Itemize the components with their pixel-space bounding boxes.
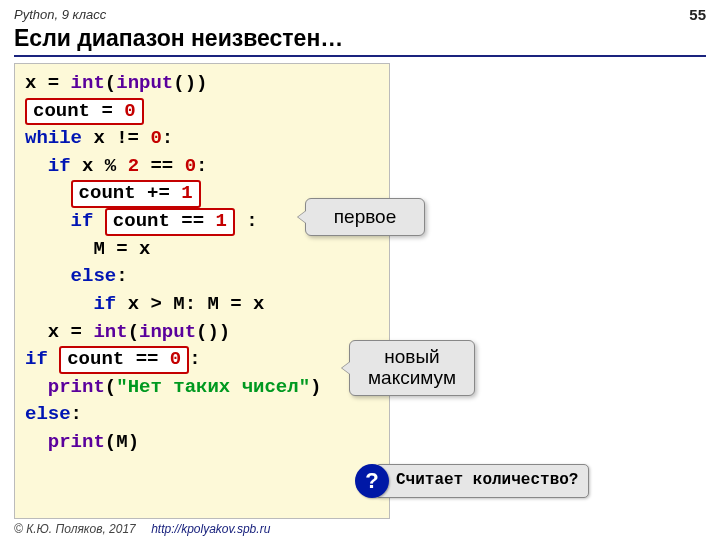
slide-title: Если диапазон неизвестен… [0,25,720,55]
code-line: if count == 0: [25,346,379,374]
code-line: M = x [25,236,379,264]
callout-label: максимум [368,368,456,389]
callout-new-max: новый максимум [349,340,475,396]
subject-label: Python, 9 класс [14,7,106,22]
slide-header: Python, 9 класс 55 [0,0,720,25]
highlight-count-eq0: count == 0 [59,346,189,374]
copyright-label: © К.Ю. Поляков, 2017 [14,522,136,536]
code-line: print("Нет таких чисел") [25,374,379,402]
code-block: x = int(input()) count = 0 while x != 0:… [14,63,390,519]
title-rule [14,55,706,57]
callout-label: первое [334,203,396,231]
code-line: else: [25,263,379,291]
callout-label: новый [384,347,439,368]
page-number: 55 [689,6,706,23]
callout-first: первое [305,198,425,236]
footer-link: http://kpolyakov.spb.ru [151,522,270,536]
slide-footer: © К.Ю. Поляков, 2017 http://kpolyakov.sp… [14,522,270,536]
code-line: x = int(input()) [25,319,379,347]
code-line: if x > M: M = x [25,291,379,319]
code-line: print(M) [25,429,379,457]
highlight-count-inc: count += 1 [71,180,201,208]
question-text: Считает количество? [375,464,589,497]
code-line: while x != 0: [25,125,379,153]
question-mark-icon: ? [355,464,389,498]
highlight-count-eq1: count == 1 [105,208,235,236]
code-line: else: [25,401,379,429]
code-line: count = 0 [25,98,379,126]
code-line: x = int(input()) [25,70,379,98]
code-line: if x % 2 == 0: [25,153,379,181]
highlight-count-init: count = 0 [25,98,144,126]
question-badge: ? Считает количество? [355,464,615,498]
